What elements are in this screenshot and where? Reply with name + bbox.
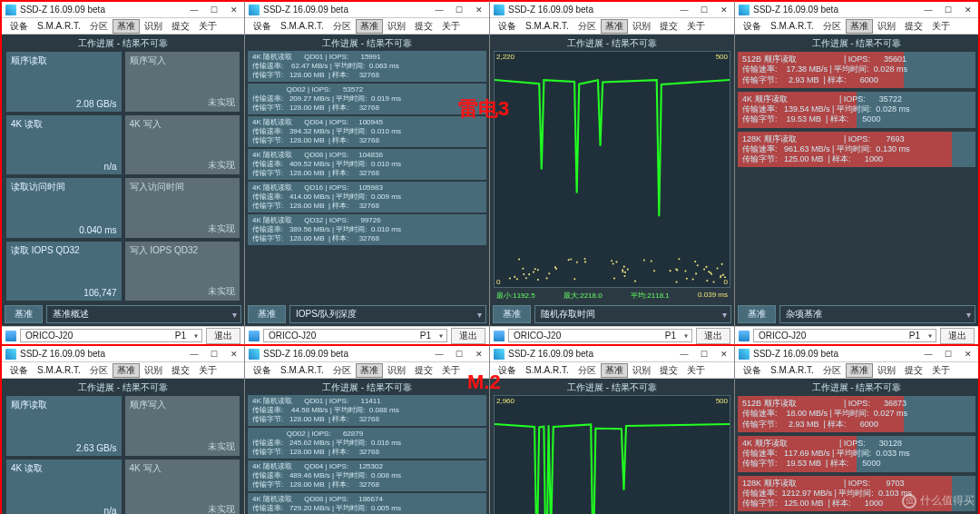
minimize-button[interactable]: — [674,2,694,17]
tab-5[interactable]: 提交 [167,19,194,34]
tab-3[interactable]: 基准 [356,19,383,34]
tab-6[interactable]: 关于 [682,19,710,34]
tab-6[interactable]: 关于 [437,363,465,378]
tab-0[interactable]: 设备 [249,19,276,34]
maximize-button[interactable]: ☐ [204,346,224,361]
tab-1[interactable]: S.M.A.R.T. [33,20,85,32]
minimize-button[interactable]: — [429,346,449,361]
tab-3[interactable]: 基准 [113,19,140,34]
tab-4[interactable]: 识别 [383,19,410,34]
tab-1[interactable]: S.M.A.R.T. [521,20,573,32]
exit-button[interactable]: 退出 [451,328,485,344]
tab-4[interactable]: 识别 [873,19,900,34]
close-button[interactable]: ✕ [958,346,978,361]
maximize-button[interactable]: ☐ [204,2,224,17]
close-button[interactable]: ✕ [224,2,244,17]
tab-5[interactable]: 提交 [900,363,927,378]
tab-2[interactable]: 分区 [328,363,356,378]
tab-6[interactable]: 关于 [194,363,221,378]
tab-2[interactable]: 分区 [573,19,601,34]
exit-button[interactable]: 退出 [696,328,730,344]
tab-5[interactable]: 提交 [410,363,437,378]
benchmark-button[interactable]: 基准 [493,305,531,323]
close-button[interactable]: ✕ [469,2,489,17]
tab-4[interactable]: 识别 [140,19,167,34]
tab-1[interactable]: S.M.A.R.T. [766,20,818,32]
tab-2[interactable]: 分区 [573,363,601,378]
tab-2[interactable]: 分区 [328,19,356,34]
window-title: SSD-Z 16.09.09 beta [263,349,429,359]
tab-6[interactable]: 关于 [437,19,465,34]
tab-1[interactable]: S.M.A.R.T. [33,364,85,376]
tab-0[interactable]: 设备 [494,19,521,34]
tab-4[interactable]: 识别 [873,363,900,378]
tab-2[interactable]: 分区 [818,19,846,34]
svg-point-36 [573,278,575,280]
minimize-button[interactable]: — [429,2,449,17]
tab-3[interactable]: 基准 [356,363,383,378]
tab-5[interactable]: 提交 [655,19,682,34]
device-combo[interactable]: ORICO-J20P1 [20,329,202,342]
maximize-button[interactable]: ☐ [938,346,958,361]
tab-3[interactable]: 基准 [113,363,140,378]
exit-button[interactable]: 退出 [940,328,975,344]
device-combo[interactable]: ORICO-J20P1 [263,329,447,342]
benchmark-button[interactable]: 基准 [5,305,43,323]
tab-4[interactable]: 识别 [628,19,655,34]
minimize-button[interactable]: — [918,2,938,17]
tab-3[interactable]: 基准 [846,19,873,34]
tab-3[interactable]: 基准 [601,19,628,34]
close-button[interactable]: ✕ [469,346,489,361]
tab-4[interactable]: 识别 [140,363,167,378]
benchmark-select[interactable]: IOPS/队列深度 [289,305,486,323]
close-button[interactable]: ✕ [714,2,734,17]
tab-3[interactable]: 基准 [846,363,873,378]
close-button[interactable]: ✕ [958,2,978,17]
tab-1[interactable]: S.M.A.R.T. [276,364,328,376]
tab-0[interactable]: 设备 [5,363,33,378]
maximize-button[interactable]: ☐ [694,2,714,17]
tab-1[interactable]: S.M.A.R.T. [276,20,328,32]
benchmark-select[interactable]: 随机存取时间 [534,305,731,323]
maximize-button[interactable]: ☐ [449,346,469,361]
tab-0[interactable]: 设备 [5,19,33,34]
minimize-button[interactable]: — [184,346,204,361]
maximize-button[interactable]: ☐ [938,2,958,17]
benchmark-button[interactable]: 基准 [248,305,286,323]
tab-2[interactable]: 分区 [85,19,113,34]
tab-0[interactable]: 设备 [739,19,766,34]
tab-5[interactable]: 提交 [167,363,194,378]
exit-button[interactable]: 退出 [206,328,240,344]
tab-0[interactable]: 设备 [494,363,521,378]
tab-0[interactable]: 设备 [249,363,276,378]
tab-1[interactable]: S.M.A.R.T. [521,364,573,376]
tab-2[interactable]: 分区 [818,363,846,378]
tab-4[interactable]: 识别 [628,363,655,378]
maximize-button[interactable]: ☐ [449,2,469,17]
tab-0[interactable]: 设备 [739,363,766,378]
tab-2[interactable]: 分区 [85,363,113,378]
close-button[interactable]: ✕ [714,346,734,361]
minimize-button[interactable]: — [184,2,204,17]
tab-5[interactable]: 提交 [410,19,437,34]
device-combo[interactable]: ORICO-J20P1 [753,329,936,342]
tab-6[interactable]: 关于 [927,19,955,34]
device-combo[interactable]: ORICO-J20P1 [508,329,692,342]
minimize-button[interactable]: — [674,346,694,361]
tab-6[interactable]: 关于 [682,363,710,378]
tab-6[interactable]: 关于 [194,19,221,34]
tab-4[interactable]: 识别 [383,363,410,378]
close-button[interactable]: ✕ [224,346,244,361]
benchmark-select[interactable]: 基准概述 [46,305,241,323]
benchmark-button[interactable]: 基准 [738,305,776,323]
benchmark-select[interactable]: 杂项基准 [779,305,975,323]
svg-point-38 [518,259,520,261]
tab-1[interactable]: S.M.A.R.T. [766,364,818,376]
tab-5[interactable]: 提交 [655,363,682,378]
minimize-button[interactable]: — [918,346,938,361]
tab-6[interactable]: 关于 [927,363,955,378]
tab-5[interactable]: 提交 [900,19,927,34]
maximize-button[interactable]: ☐ [694,346,714,361]
tab-3[interactable]: 基准 [601,363,628,378]
titlebar: SSD-Z 16.09.09 beta — ☐ ✕ [735,346,978,362]
